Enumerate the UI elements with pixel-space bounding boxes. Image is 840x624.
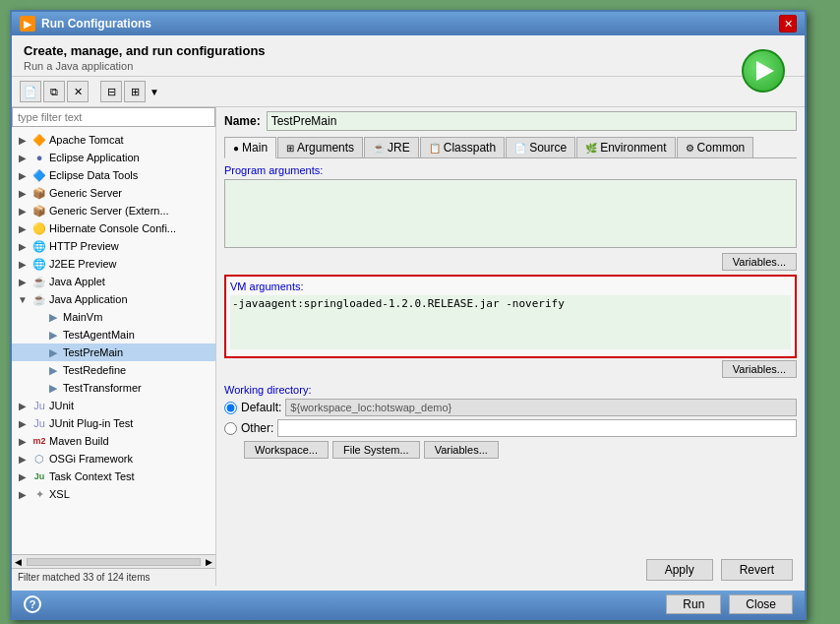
collapse-button[interactable]: ⊞ [124,81,146,102]
expand-icon[interactable]: ▶ [16,151,30,164]
variables-button[interactable]: Variables... [424,441,499,459]
horizontal-scrollbar[interactable]: ◀ ▶ [12,554,215,568]
expand-icon[interactable]: ▶ [16,133,30,147]
title-bar-left: ▶ Run Configurations [20,16,151,31]
tab-environment-label: Environment [600,141,666,155]
tab-jre[interactable]: ☕ JRE [364,137,419,157]
name-input[interactable] [267,111,797,131]
vm-variables-button[interactable]: Variables... [722,360,797,378]
tree-item-mainvm[interactable]: ▶ ▶ MainVm [12,308,215,326]
tree-item-apache-tomcat[interactable]: ▶ 🔶 Apache Tomcat [12,131,215,149]
title-bar: ▶ Run Configurations ✕ [12,12,805,35]
other-radio[interactable] [224,422,237,435]
tab-main[interactable]: ● Main [224,137,276,158]
data-tools-icon: 🔷 [31,167,47,183]
program-args-wrapper [224,179,797,251]
tree-item-hibernate[interactable]: ▶ 🟡 Hibernate Console Confi... [12,219,215,237]
tree-item-xsl[interactable]: ▶ ✦ XSL [12,485,215,503]
dialog-title: Run Configurations [41,17,151,31]
workspace-button[interactable]: Workspace... [244,441,329,459]
tab-classpath-label: Classpath [444,141,496,155]
expand-icon[interactable]: ▶ [16,239,30,253]
collapse-arrow[interactable]: ▼ [150,87,159,97]
run-triangle-icon [756,61,774,81]
tree-item-testredefine[interactable]: ▶ ▶ TestRedefine [12,361,215,379]
tree-label: Generic Server [49,187,122,199]
close-dialog-button[interactable]: Close [729,594,793,614]
expand-icon[interactable]: ▼ [16,292,30,306]
scroll-thumb-h[interactable] [27,558,201,566]
expand-icon[interactable]: ▶ [16,204,30,218]
other-dir-input[interactable] [277,419,797,437]
tree-label: TestAgentMain [63,329,135,341]
java-applet-icon: ☕ [31,274,47,289]
expand-icon[interactable]: ▶ [16,257,30,271]
delete-config-button[interactable]: ✕ [67,81,89,102]
tab-jre-label: JRE [388,141,410,155]
expand-icon[interactable]: ▶ [16,452,30,466]
tree-item-testtransformer[interactable]: ▶ ▶ TestTransformer [12,379,215,397]
generic-server-icon: 📦 [31,185,47,201]
tree-label: HTTP Preview [49,240,119,252]
tree-item-task-context[interactable]: ▶ Ju Task Context Test [12,468,215,485]
environment-tab-icon: 🌿 [585,143,597,154]
expand-icon[interactable]: ▶ [16,186,30,200]
tree-label: TestRedefine [63,364,126,376]
tab-classpath[interactable]: 📋 Classpath [420,137,505,157]
expand-icon[interactable]: ▶ [16,416,30,430]
filesystem-button[interactable]: File System... [332,441,420,459]
new-config-button[interactable]: 📄 [20,81,41,102]
tree-label: Task Context Test [49,470,135,482]
junit-icon: Ju [31,398,47,413]
expand-icon[interactable]: ▶ [16,487,30,501]
tree-item-junit[interactable]: ▶ Ju JUnit [12,397,215,414]
revert-button[interactable]: Revert [721,559,793,581]
run-button[interactable]: Run [666,594,721,614]
osgi-icon: ⬡ [31,451,47,467]
help-button[interactable]: ? [24,595,41,613]
right-panel: Name: ● Main ⊞ Arguments ☕ JRE 📋 [216,107,805,586]
tree-item-java-application[interactable]: ▼ ☕ Java Application [12,290,215,308]
default-radio[interactable] [224,402,237,414]
tree-item-maven[interactable]: ▶ m2 Maven Build [12,432,215,450]
expand-icon[interactable]: ▶ [16,275,30,288]
tab-main-label: Main [242,141,268,155]
filter-input[interactable] [12,107,215,127]
apply-button[interactable]: Apply [646,559,713,581]
tab-source-label: Source [529,141,567,155]
scroll-right-arrow[interactable]: ▶ [203,557,215,567]
vm-args-textarea[interactable]: -javaagent:springloaded-1.2.0.RELEASE.ja… [230,295,791,349]
expand-icon[interactable]: ▶ [16,221,30,235]
tree-label: JUnit Plug-in Test [49,417,133,429]
tree-item-testagentmain[interactable]: ▶ ▶ TestAgentMain [12,326,215,343]
tree-item-osgi[interactable]: ▶ ⬡ OSGi Framework [12,450,215,468]
tree-item-generic-server-ext[interactable]: ▶ 📦 Generic Server (Extern... [12,202,215,219]
run-now-button[interactable] [742,49,785,93]
tree-item-generic-server[interactable]: ▶ 📦 Generic Server [12,184,215,202]
tree-item-eclipse-data-tools[interactable]: ▶ 🔷 Eclipse Data Tools [12,166,215,184]
tab-arguments[interactable]: ⊞ Arguments [277,137,363,157]
scroll-left-arrow[interactable]: ◀ [12,557,25,567]
expand-icon[interactable]: ▶ [16,168,30,182]
junit-plugin-icon: Ju [31,415,47,431]
program-variables-button[interactable]: Variables... [722,253,797,271]
tree-item-java-applet[interactable]: ▶ ☕ Java Applet [12,273,215,290]
tree-label: Generic Server (Extern... [49,205,169,217]
expand-icon[interactable]: ▶ [16,469,30,483]
expand-icon[interactable]: ▶ [16,434,30,448]
tab-source[interactable]: 📄 Source [506,137,575,157]
tree-item-junit-plugin[interactable]: ▶ Ju JUnit Plug-in Test [12,414,215,432]
filter-button[interactable]: ⊟ [100,81,122,102]
duplicate-config-button[interactable]: ⧉ [43,81,65,102]
j2ee-icon: 🌐 [31,256,47,272]
tab-environment[interactable]: 🌿 Environment [576,137,675,157]
program-args-textarea[interactable] [224,179,797,248]
tree-item-j2ee[interactable]: ▶ 🌐 J2EE Preview [12,255,215,273]
close-button[interactable]: ✕ [779,15,797,32]
tab-common[interactable]: ⚙ Common [677,137,754,157]
expand-icon[interactable]: ▶ [16,399,30,412]
tree-item-http-preview[interactable]: ▶ 🌐 HTTP Preview [12,237,215,255]
tree-item-testpremain[interactable]: ▶ ▶ TestPreMain [12,343,215,361]
default-dir-input[interactable] [285,399,797,416]
tree-item-eclipse-application[interactable]: ▶ ● Eclipse Application [12,149,215,166]
